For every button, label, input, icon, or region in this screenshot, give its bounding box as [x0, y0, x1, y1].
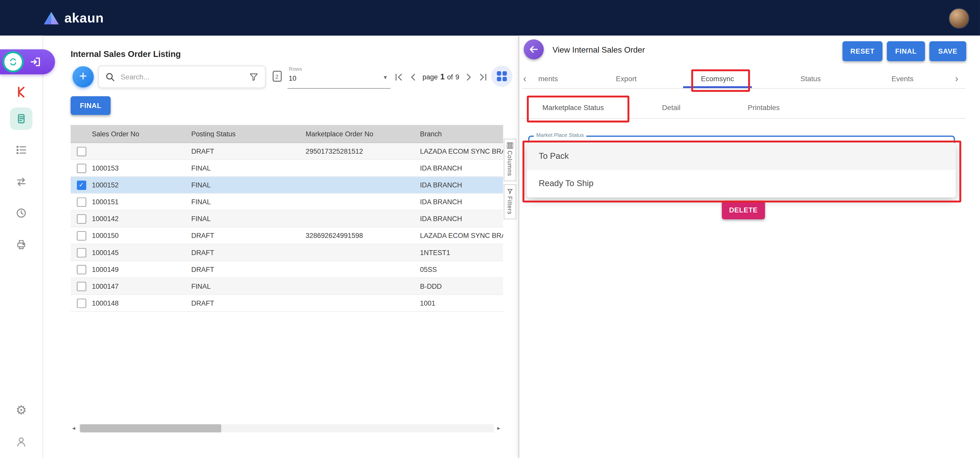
final-button[interactable]: FINAL	[887, 41, 925, 61]
row-checkbox[interactable]	[76, 164, 86, 173]
cell-sales-order-no: 1000147	[92, 282, 191, 290]
table-row[interactable]: 1000145 DRAFT 1NTEST1	[71, 244, 503, 261]
of-word: of	[447, 73, 453, 80]
row-checkbox[interactable]	[76, 248, 86, 257]
total-pages: 9	[455, 73, 459, 80]
cell-sales-order-no: 1000148	[92, 299, 191, 307]
user-avatar[interactable]	[949, 8, 969, 29]
tab-ments[interactable]: ments	[511, 70, 585, 88]
marketplace-status-label: Market Place Status	[534, 132, 586, 138]
back-button[interactable]	[524, 39, 544, 59]
checkbox-cell: ✓	[71, 180, 92, 190]
table-row[interactable]: 1000149 DRAFT 05SS	[71, 261, 503, 278]
horizontal-scrollbar[interactable]	[79, 424, 494, 433]
row-checkbox[interactable]	[76, 299, 86, 308]
table-side-tabs: Columns Filters	[504, 138, 516, 223]
tab-events[interactable]: Events	[865, 70, 940, 88]
current-page: 1	[440, 73, 445, 81]
next-page-button[interactable]	[464, 72, 474, 82]
checkbox-cell	[71, 146, 92, 156]
option-ready-to-ship[interactable]: Ready To Ship	[527, 170, 956, 197]
check-icon: ✓	[79, 182, 84, 188]
table-row-selected[interactable]: ✓ 1000152 FINAL IDA BRANCH	[71, 177, 503, 194]
col-posting-status[interactable]: Posting Status	[191, 130, 305, 137]
cell-branch: B-DDD	[420, 282, 503, 290]
cell-sales-order-no: 1000145	[92, 249, 191, 256]
checkbox-cell	[71, 231, 92, 240]
row-checkbox[interactable]	[76, 231, 86, 240]
columns-tab[interactable]: Columns	[504, 138, 516, 181]
rows-per-page-select[interactable]: Rows 10 ▾	[288, 65, 391, 89]
row-checkbox-checked[interactable]: ✓	[76, 180, 86, 190]
row-checkbox[interactable]	[76, 281, 86, 291]
filters-tab[interactable]: Filters	[504, 184, 516, 219]
login-icon[interactable]	[29, 56, 42, 68]
row-checkbox[interactable]	[76, 197, 86, 207]
row-checkbox[interactable]	[76, 146, 86, 156]
history-clock-icon[interactable]	[15, 207, 27, 219]
row-checkbox[interactable]	[76, 214, 86, 223]
sidebar: ⚙	[0, 36, 43, 458]
prev-page-button[interactable]	[408, 72, 418, 82]
cell-branch: LAZADA ECOM SYNC BRAN	[420, 232, 503, 239]
filter-funnel-icon[interactable]	[249, 72, 259, 82]
profile-person-icon[interactable]	[15, 436, 27, 448]
col-branch[interactable]: Branch	[420, 130, 503, 137]
cell-posting-status: DRAFT	[191, 249, 305, 256]
sales-order-table: Sales Order No Posting Status Marketplac…	[71, 125, 503, 312]
cell-branch: IDA BRANCH	[420, 181, 503, 189]
table-row[interactable]: 1000150 DRAFT 328692624991598 LAZADA ECO…	[71, 227, 503, 244]
tab-ecomsync[interactable]: Ecomsync	[680, 70, 755, 88]
brand-logo[interactable]: akaun	[42, 0, 103, 36]
search-icon	[105, 72, 115, 82]
cell-posting-status: DRAFT	[191, 299, 305, 307]
tab-export[interactable]: Export	[589, 70, 664, 88]
first-page-button[interactable]	[394, 72, 403, 82]
checkbox-cell	[71, 164, 92, 173]
table-row[interactable]: 1000153 FINAL IDA BRANCH	[71, 160, 503, 177]
cell-posting-status: FINAL	[191, 164, 305, 172]
table-row[interactable]: 1000151 FINAL IDA BRANCH	[71, 194, 503, 211]
subtab-printables[interactable]: Printables	[726, 97, 801, 118]
page-indicator: page 1 of 9	[423, 73, 459, 81]
plus-glyph: +	[79, 68, 87, 84]
option-to-pack[interactable]: To Pack	[527, 142, 956, 170]
red-module-icon[interactable]	[15, 86, 27, 98]
printer-icon[interactable]	[15, 238, 27, 250]
scroll-right-arrow[interactable]: ►	[496, 426, 501, 431]
cell-sales-order-no: 1000152	[92, 181, 191, 189]
scroll-left-arrow[interactable]: ◄	[71, 426, 76, 431]
last-page-button[interactable]	[479, 72, 488, 82]
delete-button[interactable]: DELETE	[722, 201, 765, 219]
cell-sales-order-no: 1000142	[92, 215, 191, 223]
ledger-module-icon[interactable]	[10, 108, 32, 130]
table-row[interactable]: 1000148 DRAFT 1001	[71, 295, 503, 312]
app-sync-icon[interactable]	[3, 51, 24, 73]
subtab-marketplace-status[interactable]: Marketplace Status	[526, 97, 620, 118]
table-row[interactable]: 1000147 FINAL B-DDD	[71, 278, 503, 295]
search-input[interactable]	[119, 73, 249, 81]
transfer-arrows-icon[interactable]	[15, 176, 27, 188]
final-filter-button[interactable]: FINAL	[71, 96, 111, 115]
gear-glyph: ⚙	[16, 404, 27, 416]
scrollbar-thumb[interactable]	[80, 424, 221, 433]
grid-icon	[496, 71, 508, 82]
checkbox-cell	[71, 214, 92, 223]
row-checkbox[interactable]	[76, 265, 86, 274]
col-marketplace-order-no[interactable]: Marketplace Order No	[305, 130, 420, 137]
subtab-detail[interactable]: Detail	[640, 97, 703, 118]
table-row[interactable]: DRAFT 295017325281512 LAZADA ECOM SYNC B…	[71, 143, 503, 160]
tabs-scroll-right[interactable]: ›	[955, 70, 958, 88]
add-button[interactable]: +	[73, 66, 94, 87]
apps-grid-button[interactable]	[491, 65, 512, 87]
tab-status[interactable]: Status	[773, 70, 848, 88]
list-icon[interactable]	[15, 144, 27, 156]
reset-button[interactable]: RESET	[842, 41, 883, 61]
page-size-icon[interactable]: 2	[270, 70, 285, 86]
settings-gear-icon[interactable]: ⚙	[16, 404, 27, 416]
col-sales-order-no[interactable]: Sales Order No	[92, 130, 191, 137]
checkbox-cell	[71, 281, 92, 291]
table-row[interactable]: 1000142 FINAL IDA BRANCH	[71, 211, 503, 227]
save-button[interactable]: SAVE	[929, 41, 966, 61]
checkbox-cell	[71, 265, 92, 274]
